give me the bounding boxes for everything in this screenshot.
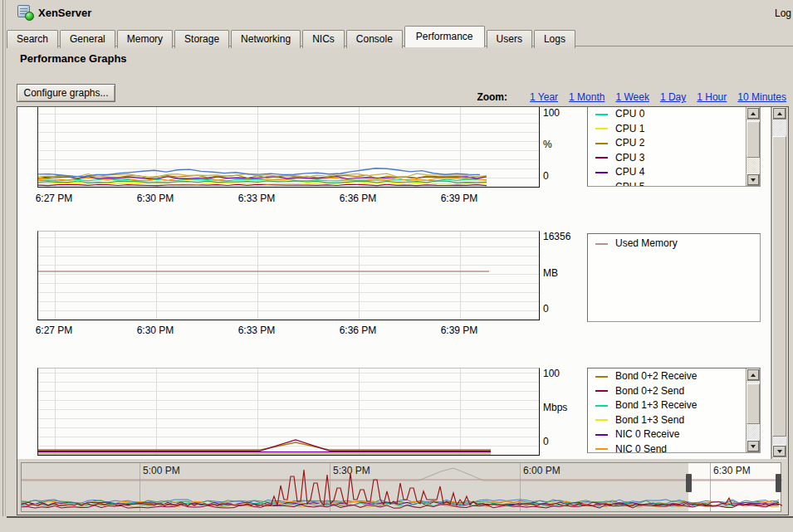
zoom-link-1-week[interactable]: 1 Week	[615, 91, 649, 103]
tab-search[interactable]: Search	[7, 30, 58, 48]
legend-item: CPU 1	[588, 122, 760, 137]
legend-item-label: Bond 1+3 Receive	[615, 399, 697, 411]
x-tick-label: 6:36 PM	[340, 193, 377, 204]
tab-logs[interactable]: Logs	[534, 30, 575, 48]
legend-item-label: Bond 1+3 Send	[615, 414, 684, 426]
x-tick-label: 6:33 PM	[238, 193, 276, 204]
legend-item: CPU 2	[588, 136, 760, 151]
legend-color-swatch	[595, 114, 608, 115]
titlebar: XenServer Log	[7, 0, 793, 25]
cpu-legend-scrollbar[interactable]	[746, 107, 760, 186]
network-y-axis: 100Mbps0	[543, 368, 585, 453]
selection-right-handle[interactable]	[776, 474, 781, 492]
legend-item: Bond 1+3 Send	[588, 413, 760, 428]
legend-item-label: NIC 0 Receive	[615, 428, 679, 440]
down-arrow-icon	[751, 445, 756, 448]
scroll-up-button[interactable]	[746, 107, 760, 120]
tab-users[interactable]: Users	[487, 30, 532, 48]
tab-networking[interactable]: Networking	[231, 30, 301, 48]
zoom-links-row: Zoom: 1 Year1 Month1 Week1 Day1 Hour10 M…	[477, 91, 786, 103]
zoom-link-1-hour[interactable]: 1 Hour	[697, 91, 727, 103]
legend-item-label: CPU 5	[615, 181, 644, 188]
legend-item-label: CPU 0	[615, 108, 644, 120]
x-tick-label: 6:39 PM	[441, 193, 478, 204]
scrollbar-thumb[interactable]	[746, 121, 760, 158]
zoom-link-1-year[interactable]: 1 Year	[530, 91, 558, 103]
memory-plot	[37, 231, 540, 320]
legend-item-label: CPU 2	[615, 137, 644, 149]
legend-item-label: NIC 0 Send	[615, 443, 667, 454]
scroll-up-button[interactable]	[772, 107, 786, 120]
tab-nics[interactable]: NICs	[302, 30, 345, 48]
network-legend[interactable]: Bond 0+2 ReceiveBond 0+2 SendBond 1+3 Re…	[587, 368, 761, 453]
scrollbar-thumb[interactable]	[772, 136, 786, 437]
legend-item: NIC 0 Send	[588, 442, 760, 454]
graphs-panel: 100%06:27 PM6:30 PM6:33 PM6:36 PM6:39 PM…	[17, 106, 789, 515]
legend-color-swatch	[595, 157, 608, 159]
pane-splitter[interactable]	[2, 0, 6, 516]
x-tick-label: 6:39 PM	[441, 325, 478, 336]
down-arrow-icon	[751, 178, 756, 182]
legend-item: CPU 5	[588, 180, 760, 188]
legend-item: CPU 0	[588, 107, 760, 122]
tab-bar: SearchGeneralMemoryStorageNetworkingNICs…	[7, 26, 793, 46]
zoom-link-1-month[interactable]: 1 Month	[569, 91, 605, 103]
cpu-y-axis: 100%0	[543, 107, 585, 188]
scroll-down-button[interactable]	[746, 173, 760, 186]
x-tick-label: 6:30 PM	[137, 325, 174, 336]
server-icon	[17, 5, 34, 21]
memory-y-unit: MB	[543, 267, 585, 279]
legend-color-swatch	[595, 419, 608, 421]
selection-left-handle[interactable]	[686, 474, 692, 492]
legend-color-swatch	[595, 434, 608, 436]
network-legend-scrollbar[interactable]	[746, 368, 760, 452]
network-y-max: 100	[543, 368, 585, 379]
memory-y-max: 16356	[543, 231, 585, 242]
scroll-up-button[interactable]	[746, 368, 760, 381]
tab-general[interactable]: General	[60, 30, 115, 48]
network-y-min: 0	[543, 436, 585, 447]
x-tick-label: 6:27 PM	[36, 193, 73, 204]
tab-console[interactable]: Console	[346, 30, 403, 48]
down-arrow-icon	[777, 450, 782, 453]
legend-item: Bond 1+3 Receive	[588, 398, 760, 413]
tab-storage[interactable]: Storage	[174, 30, 229, 48]
legend-item: Bond 0+2 Send	[588, 384, 760, 399]
scrollbar-thumb[interactable]	[746, 383, 760, 424]
up-arrow-icon	[751, 112, 756, 115]
network-y-unit: Mbps	[543, 402, 585, 413]
legend-item-label: Bond 0+2 Receive	[615, 370, 697, 382]
legend-item-label: Used Memory	[615, 237, 678, 249]
legend-color-swatch	[595, 172, 608, 173]
legend-color-swatch	[595, 448, 608, 450]
scroll-down-button[interactable]	[772, 445, 786, 457]
configure-graphs-button[interactable]: Configure graphs...	[17, 84, 115, 102]
tab-performance[interactable]: Performance	[404, 26, 485, 47]
zoom-label: Zoom:	[477, 91, 507, 103]
legend-item-label: CPU 3	[615, 152, 644, 164]
bottom-border	[7, 516, 793, 518]
up-arrow-icon	[751, 373, 756, 377]
network-plot	[37, 368, 540, 456]
timeline-overview[interactable]: 5:00 PM5:30 PM6:00 PM6:30 PM	[21, 462, 781, 512]
legend-color-swatch	[595, 186, 608, 187]
zoom-link-1-day[interactable]: 1 Day	[660, 91, 686, 103]
cpu-legend[interactable]: CPU 0CPU 1CPU 2CPU 3CPU 4CPU 5	[587, 107, 761, 187]
legend-item: CPU 3	[588, 151, 760, 166]
legend-color-swatch	[595, 243, 608, 245]
host-title: XenServer	[38, 7, 91, 19]
cpu-x-axis: 6:27 PM6:30 PM6:33 PM6:36 PM6:39 PM	[17, 193, 582, 205]
cpu-plot	[37, 107, 540, 188]
logged-in-text: Log	[775, 7, 791, 19]
scroll-down-button[interactable]	[746, 440, 760, 452]
memory-y-min: 0	[543, 303, 585, 315]
legend-item-label: CPU 1	[615, 123, 644, 134]
memory-y-axis: 16356MB0	[543, 231, 585, 320]
vertical-scrollbar[interactable]	[771, 107, 786, 459]
legend-item: Used Memory	[588, 237, 760, 251]
legend-color-swatch	[595, 128, 608, 129]
legend-color-swatch	[595, 405, 608, 407]
tab-memory[interactable]: Memory	[117, 30, 173, 48]
zoom-link-10-minutes[interactable]: 10 Minutes	[737, 91, 786, 103]
memory-legend[interactable]: Used Memory	[587, 233, 761, 322]
